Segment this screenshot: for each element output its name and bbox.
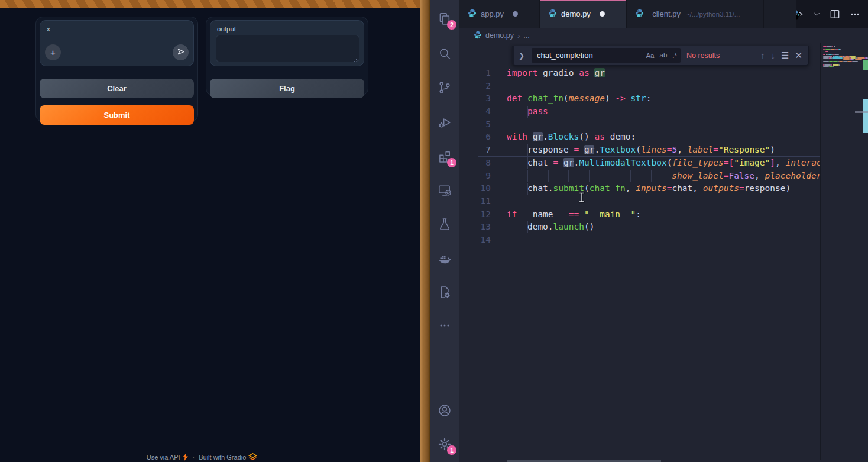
line-number: 10	[459, 182, 491, 195]
horizontal-scrollbar[interactable]	[507, 460, 661, 462]
send-icon	[176, 47, 186, 59]
code-lines: 1import gradio as gr23def chat_fn(messag…	[459, 67, 821, 247]
wallpaper-stripe	[0, 0, 420, 8]
match-case-toggle[interactable]: Aa	[646, 52, 654, 59]
input-label: x	[47, 25, 50, 33]
toggle-replace-chevron-icon[interactable]: ❯	[517, 51, 526, 60]
code-line-5: 5	[459, 118, 821, 131]
send-button[interactable]	[173, 44, 189, 60]
output-textbox: output	[210, 20, 364, 66]
resize-handle-icon[interactable]	[352, 54, 358, 60]
activity-item-additional-views[interactable]	[437, 318, 452, 333]
clear-button[interactable]: Clear	[40, 79, 194, 98]
breadcrumb-file[interactable]: demo.py	[485, 31, 514, 40]
activity-item-docker[interactable]	[437, 251, 452, 266]
run-and-debug-icon	[437, 115, 452, 130]
code-line-3: 3def chat_fn(message) -> str:	[459, 92, 821, 105]
multimodal-textbox-input[interactable]: x +	[40, 20, 194, 66]
activity-item-testing[interactable]	[437, 217, 452, 232]
line-number: 4	[459, 105, 491, 118]
code-line-13: 13 demo.launch()	[459, 221, 821, 234]
code-editor[interactable]: 1import gradio as gr23def chat_fn(messag…	[459, 43, 821, 460]
accounts-icon	[437, 403, 452, 418]
split-editor-button[interactable]	[829, 8, 841, 20]
gradio-logo-icon	[248, 453, 257, 461]
code-line-8: 8 chat = gr.MultimodalTextbox(file_types…	[459, 157, 821, 170]
line-number: 5	[459, 118, 491, 131]
line-number: 6	[459, 131, 491, 144]
find-input-box: Aa ab .*	[532, 48, 681, 63]
line-number: 2	[459, 80, 491, 93]
line-number: 14	[459, 234, 491, 247]
code-line-4: 4 pass	[459, 105, 821, 118]
tab-_client.py[interactable]: _client.py~/.../python3.11/...	[627, 0, 764, 28]
close-find-icon[interactable]: ✕	[795, 50, 802, 61]
line-number: 12	[459, 208, 491, 221]
next-match-arrow-icon[interactable]: ↓	[770, 50, 775, 60]
built-with-gradio-link[interactable]: Built with Gradio	[199, 453, 257, 461]
overview-mark-cyan	[863, 99, 868, 133]
input-panel: x + Clear Submit	[35, 17, 198, 122]
tab-label: demo.py	[561, 9, 591, 18]
overview-current-line-mark	[855, 111, 868, 113]
activity-item-search[interactable]	[437, 46, 452, 62]
testing-icon	[437, 217, 452, 232]
run-options-chevron-icon[interactable]	[813, 8, 821, 20]
tab-description: ~/.../python3.11/...	[686, 11, 740, 18]
modified-dot-icon[interactable]	[513, 11, 518, 17]
breadcrumb: demo.py › ...	[459, 28, 868, 43]
code-text: chat = gr.MultimodalTextbox(file_types=[…	[507, 157, 821, 170]
code-text: show_label=False, placeholder=	[507, 170, 821, 183]
python-icon	[468, 9, 477, 20]
line-number: 3	[459, 92, 491, 105]
code-text: if __name__ == "__main__":	[507, 208, 641, 221]
activity-item-task-runner[interactable]	[437, 285, 452, 300]
activity-item-extensions[interactable]: 1	[437, 149, 452, 164]
activity-item-run-and-debug[interactable]	[437, 115, 452, 130]
modified-dot-icon[interactable]	[600, 11, 605, 17]
find-in-selection-icon[interactable]: ☰	[781, 50, 789, 61]
code-text: import gradio as gr	[507, 67, 605, 80]
breadcrumb-more[interactable]: ...	[523, 31, 529, 40]
search-icon	[437, 46, 452, 62]
attach-file-button[interactable]: +	[45, 44, 61, 60]
output-label: output	[217, 25, 236, 33]
use-via-api-link[interactable]: Use via API	[147, 453, 189, 462]
tab-label: _client.py	[648, 9, 681, 18]
flag-button[interactable]: Flag	[210, 79, 364, 98]
code-line-9: 9 show_label=False, placeholder=	[459, 170, 821, 183]
submit-button[interactable]: Submit	[40, 105, 194, 125]
code-text: with gr.Blocks() as demo:	[507, 131, 636, 144]
overview-mark-green	[863, 60, 868, 70]
find-input[interactable]	[537, 51, 640, 60]
code-line-14: 14	[459, 234, 821, 247]
tab-app.py[interactable]: app.py	[459, 0, 540, 28]
activity-item-explorer[interactable]: 2	[437, 11, 452, 27]
code-line-1: 1import gradio as gr	[459, 67, 821, 80]
activity-item-remote-explorer[interactable]	[437, 183, 452, 198]
activity-item-accounts[interactable]	[437, 403, 452, 418]
python-icon	[474, 31, 482, 41]
editor-column: app.py demo.py _client.py~/.../python3.1…	[459, 0, 868, 462]
activity-badge: 1	[447, 158, 456, 167]
minimap[interactable]	[822, 43, 863, 460]
whole-word-toggle[interactable]: ab	[660, 51, 668, 59]
more-actions-button[interactable]	[849, 8, 861, 20]
code-text: demo.launch()	[507, 221, 594, 234]
code-text: response = gr.Textbox(lines=5, label="Re…	[507, 144, 775, 157]
regex-toggle[interactable]: .*	[672, 52, 677, 59]
code-line-10: 10 chat.submit(chat_fn, inputs=chat, out…	[459, 182, 821, 195]
line-number: 1	[459, 67, 491, 80]
gradio-app-window: x + Clear Submit output Flag Use via API…	[0, 8, 420, 462]
code-line-7: 7 response = gr.Textbox(lines=5, label="…	[459, 144, 821, 157]
gradio-footer: Use via API · Built with Gradio	[35, 453, 368, 461]
code-text: chat.submit(chat_fn, inputs=chat, output…	[507, 182, 791, 195]
docker-icon	[437, 251, 452, 266]
activity-item-source-control[interactable]	[437, 80, 452, 95]
code-text: pass	[507, 105, 548, 118]
tab-demo.py[interactable]: demo.py	[540, 0, 627, 28]
previous-match-arrow-icon[interactable]: ↑	[760, 50, 765, 60]
activity-item-manage[interactable]: 1	[437, 437, 452, 452]
output-textarea[interactable]	[216, 35, 359, 62]
activity-bar: 211	[430, 0, 459, 462]
